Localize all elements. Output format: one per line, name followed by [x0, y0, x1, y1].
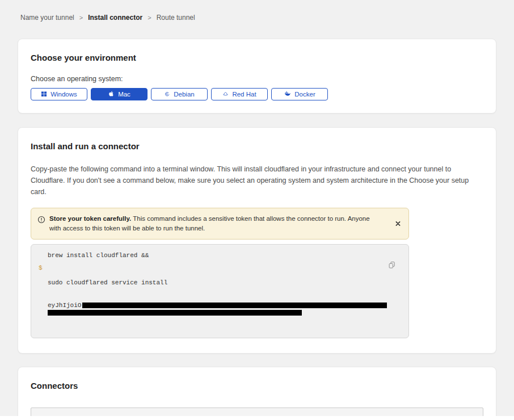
os-button-docker[interactable]: Docker [271, 88, 328, 100]
apple-icon [108, 90, 115, 98]
breadcrumb: Name your tunnel > Install connector > R… [0, 0, 514, 22]
code-line-sudo: sudo cloudflared service install [48, 279, 387, 287]
environment-card-title: Choose your environment [31, 53, 483, 62]
redacted-token-bar [48, 310, 302, 316]
install-card-title: Install and run a connector [31, 141, 483, 151]
docker-icon [284, 90, 291, 98]
close-icon [395, 221, 401, 226]
alert-circle-icon [37, 216, 45, 226]
os-select-label: Choose an operating system: [31, 75, 483, 83]
copy-icon [387, 261, 395, 269]
connectors-card: Connectors Connector ID Status Data cent… [18, 367, 496, 420]
debian-icon [164, 91, 170, 98]
code-line-brew: brew install cloudflared && [39, 252, 386, 259]
os-button-label: Docker [294, 91, 315, 98]
breadcrumb-name-your-tunnel[interactable]: Name your tunnel [20, 14, 74, 22]
windows-icon [41, 91, 47, 98]
token-warning-text: Store your token carefully. This command… [49, 214, 377, 233]
environment-card: Choose your environment Choose an operat… [18, 39, 496, 114]
token-warning-banner: Store your token carefully. This command… [31, 208, 409, 240]
os-button-debian[interactable]: Debian [151, 88, 208, 100]
code-token-line: eyJhIjoiO [48, 302, 387, 316]
os-button-mac[interactable]: Mac [91, 88, 148, 100]
banner-close-button[interactable] [394, 220, 402, 228]
redhat-icon [222, 91, 229, 98]
redacted-token-bar [82, 303, 387, 308]
copy-command-button[interactable] [386, 259, 397, 270]
bottom-strip [0, 416, 514, 420]
os-button-redhat[interactable]: Red Hat [211, 88, 268, 100]
breadcrumb-install-connector[interactable]: Install connector [88, 14, 142, 22]
connectors-card-title: Connectors [31, 381, 483, 390]
breadcrumb-separator: > [148, 14, 151, 21]
os-button-label: Windows [50, 91, 77, 98]
install-card: Install and run a connector Copy-paste t… [18, 127, 496, 354]
breadcrumb-route-tunnel[interactable]: Route tunnel [157, 14, 195, 22]
os-button-windows[interactable]: Windows [31, 88, 87, 100]
install-description: Copy-paste the following command into a … [31, 163, 483, 198]
install-command-codeblock: brew install cloudflared && $ sudo cloud… [31, 244, 409, 338]
os-button-label: Red Hat [232, 91, 256, 98]
token-warning-bold: Store your token carefully. [49, 215, 131, 222]
os-button-label: Mac [118, 91, 130, 98]
os-button-group: Windows Mac Debian Red Hat Docker [31, 88, 483, 100]
shell-prompt: $ [39, 264, 48, 330]
os-button-label: Debian [174, 91, 194, 98]
code-command: sudo cloudflared service install eyJhIjo… [48, 264, 387, 330]
breadcrumb-separator: > [79, 14, 83, 21]
